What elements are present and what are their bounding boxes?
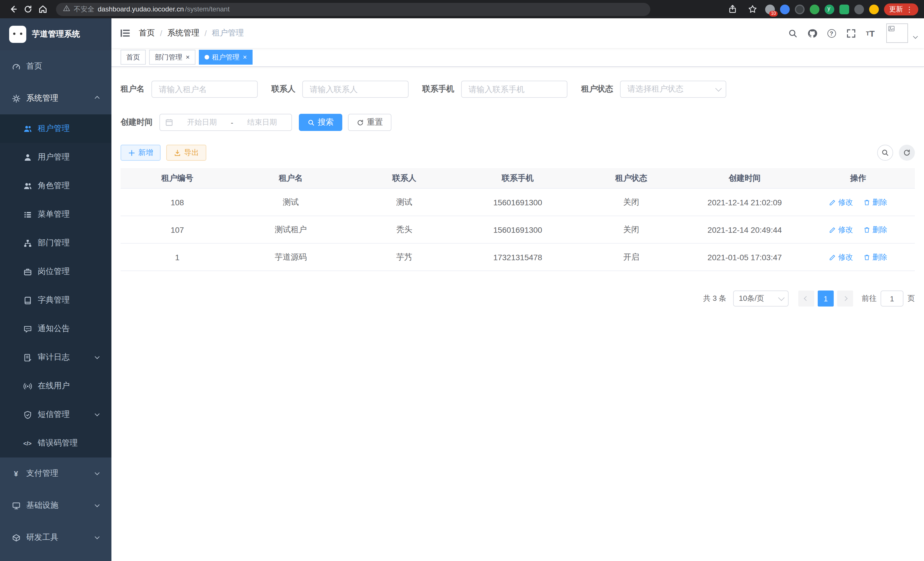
sidebar-item-users[interactable]: 用户管理 (0, 143, 111, 171)
search-button[interactable]: 搜索 (299, 114, 342, 131)
sidebar-item-tenant[interactable]: 租户管理 (0, 114, 111, 143)
sidebar-item-sms[interactable]: 短信管理 (0, 400, 111, 429)
browser-update-button[interactable]: 更新 ⋮ (884, 3, 918, 15)
prev-page-button[interactable] (798, 290, 814, 307)
sidebar-item-notice[interactable]: 通知公告 (0, 314, 111, 343)
extension-icon[interactable]: 10 (765, 4, 775, 14)
tenant-status: 关闭 (574, 197, 688, 207)
next-page-button[interactable] (837, 290, 853, 307)
sidebar-item-audit-log[interactable]: 审计日志 (0, 343, 111, 372)
breadcrumb-home[interactable]: 首页 (139, 28, 155, 38)
close-tab-icon[interactable]: × (243, 54, 247, 61)
tab-tenants[interactable]: 租户管理 × (199, 50, 253, 65)
edit-link[interactable]: 修改 (829, 252, 853, 262)
github-icon[interactable] (804, 25, 820, 41)
toggle-search-icon[interactable] (877, 145, 893, 161)
roles-icon (23, 182, 32, 190)
tenant-contact: 秃头 (347, 224, 461, 235)
refresh-table-icon[interactable] (899, 145, 915, 161)
yen-icon: ¥ (11, 469, 21, 478)
browser-home-icon[interactable] (35, 2, 50, 17)
delete-link[interactable]: 删除 (863, 252, 887, 262)
font-size-icon[interactable]: TT (862, 25, 878, 41)
goto-page-input[interactable] (880, 290, 903, 307)
contact-input[interactable] (302, 81, 409, 98)
book-icon (23, 296, 32, 305)
create-time-field: 创建时间 开始日期 - 结束日期 (121, 114, 292, 131)
main-area: 首页 / 系统管理 / 租户管理 ? (111, 18, 924, 561)
tenant-phone: 15601691300 (461, 198, 574, 207)
add-button[interactable]: 新增 (121, 145, 160, 161)
close-tab-icon[interactable]: × (186, 54, 190, 61)
table-tools (877, 145, 915, 161)
bookmark-star-icon[interactable] (745, 2, 760, 17)
briefcase-icon (23, 267, 32, 276)
tenant-id: 1 (121, 253, 234, 262)
sidebar-item-posts[interactable]: 岗位管理 (0, 257, 111, 286)
sidebar-item-departments[interactable]: 部门管理 (0, 229, 111, 257)
sidebar-item-error-codes[interactable]: </> 错误码管理 (0, 429, 111, 457)
app-logo[interactable]: 芋道管理系统 (0, 18, 111, 50)
export-button[interactable]: 导出 (166, 145, 206, 161)
sidebar-item-roles[interactable]: 角色管理 (0, 171, 111, 200)
sidebar-item-dictionary[interactable]: 字典管理 (0, 286, 111, 314)
extension-icon[interactable] (825, 4, 834, 14)
edit-link[interactable]: 修改 (829, 224, 853, 235)
share-icon[interactable] (725, 2, 740, 17)
browser-back-icon[interactable] (6, 2, 21, 17)
sidebar-item-menus[interactable]: 菜单管理 (0, 200, 111, 229)
tab-home[interactable]: 首页 (121, 50, 146, 65)
page-content: 租户名 联系人 联系手机 租户状态 请选择租户状态 (111, 67, 924, 561)
table-row: 107 测试租户 秃头 15601691300 关闭 2021-12-14 20… (121, 216, 915, 244)
help-icon[interactable]: ? (824, 25, 839, 41)
tab-departments[interactable]: 部门管理 × (149, 50, 195, 65)
sidebar-item-online-users[interactable]: 在线用户 (0, 372, 111, 400)
sidebar-toggle-icon[interactable] (111, 18, 139, 48)
tenant-name: 测试 (234, 197, 347, 207)
sidebar-item-system[interactable]: 系统管理 (0, 82, 111, 114)
browser-menu-icon[interactable]: ⋮ (906, 5, 913, 14)
monitor-icon (11, 501, 21, 510)
date-range-picker[interactable]: 开始日期 - 结束日期 (159, 114, 292, 131)
status-select[interactable]: 请选择租户状态 (620, 81, 726, 98)
chat-bubble-icon (23, 325, 32, 333)
sidebar-item-home[interactable]: 首页 (0, 50, 111, 82)
reset-button[interactable]: 重置 (348, 114, 392, 131)
browser-reload-icon[interactable] (21, 2, 35, 17)
user-avatar[interactable] (886, 23, 908, 43)
address-bar[interactable]: 不安全 dashboard.yudao.iocoder.cn/system/te… (56, 3, 650, 16)
page-number-1[interactable]: 1 (818, 290, 834, 307)
extension-icon[interactable] (810, 4, 819, 14)
chevron-down-icon (95, 354, 100, 359)
edit-link[interactable]: 修改 (829, 197, 853, 207)
breadcrumb-system[interactable]: 系统管理 (167, 28, 200, 38)
extension-icon[interactable] (795, 4, 805, 14)
extension-icon[interactable] (839, 4, 849, 14)
extension-icon[interactable] (854, 4, 864, 14)
sidebar-item-payment[interactable]: ¥ 支付管理 (0, 457, 111, 490)
extension-icon[interactable] (780, 4, 790, 14)
delete-link[interactable]: 删除 (863, 197, 887, 207)
status-field: 租户状态 请选择租户状态 (581, 81, 726, 98)
header-search-icon[interactable] (784, 25, 801, 41)
screen: 不安全 dashboard.yudao.iocoder.cn/system/te… (0, 0, 924, 561)
logo-image (9, 26, 26, 43)
trash-icon (863, 254, 870, 260)
delete-link[interactable]: 删除 (863, 224, 887, 235)
filter-row-1: 租户名 联系人 联系手机 租户状态 请选择租户状态 (121, 81, 915, 98)
tenant-name-input[interactable] (152, 81, 258, 98)
fullscreen-icon[interactable] (843, 25, 859, 41)
browser-chrome: 不安全 dashboard.yudao.iocoder.cn/system/te… (0, 0, 924, 18)
sidebar-item-infrastructure[interactable]: 基础设施 (0, 490, 111, 522)
page-size-select[interactable]: 10条/页 (733, 290, 789, 307)
sidebar-item-dev-tools[interactable]: 研发工具 (0, 522, 111, 553)
toolbox-icon (11, 533, 21, 542)
phone-input[interactable] (461, 81, 567, 98)
profile-avatar[interactable] (869, 4, 879, 14)
column-header: 联系手机 (461, 173, 574, 183)
contact-field: 联系人 (272, 81, 409, 98)
url-path: /system/tenant (185, 5, 230, 13)
avatar-dropdown-icon[interactable] (913, 34, 918, 39)
table-row: 108 测试 测试 15601691300 关闭 2021-12-14 21:0… (121, 189, 915, 216)
tenant-name-field: 租户名 (121, 81, 258, 98)
